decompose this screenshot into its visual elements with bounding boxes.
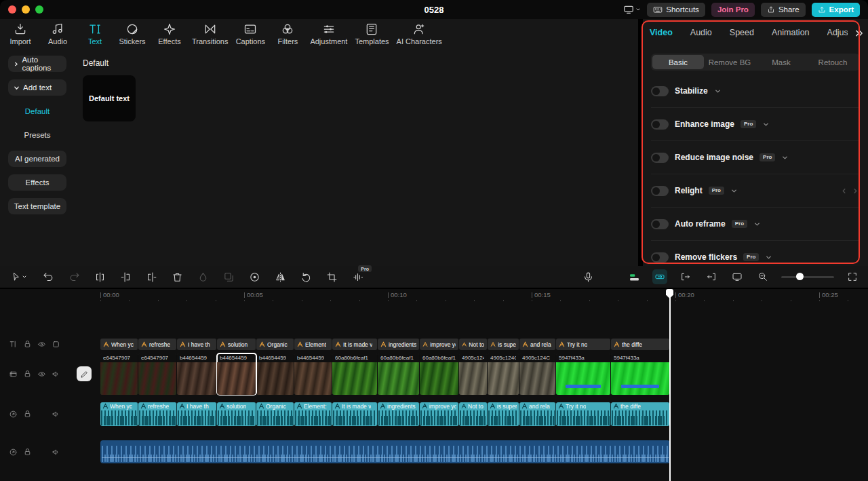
chevron-down-icon[interactable] xyxy=(762,121,770,128)
mirror-button[interactable] xyxy=(273,269,288,284)
lock-icon[interactable] xyxy=(23,448,32,457)
crop-button[interactable] xyxy=(324,269,339,284)
expand-clip-button[interactable] xyxy=(678,269,693,284)
video-clip[interactable]: 4905c124C xyxy=(459,353,488,395)
stabilize-toggle[interactable] xyxy=(651,86,669,96)
chevron-right-icon[interactable] xyxy=(852,188,859,194)
video-clip[interactable]: e64547907 xyxy=(100,353,138,395)
trim-left-button[interactable] xyxy=(118,269,133,284)
audio-clip[interactable]: It is made v xyxy=(332,402,378,426)
voice-effects-button[interactable]: Pro xyxy=(350,269,365,284)
record-voiceover-button[interactable] xyxy=(580,269,595,284)
keyframe-button[interactable] xyxy=(247,269,262,284)
chevron-down-icon[interactable] xyxy=(753,220,761,228)
audio-clip[interactable]: When yc xyxy=(100,402,138,426)
default-text-card[interactable]: Default text xyxy=(83,75,136,121)
text-clip[interactable]: Organic xyxy=(256,339,294,350)
segment-mask[interactable]: Mask xyxy=(755,55,807,69)
video-clip[interactable]: 5947f433a xyxy=(611,353,670,395)
ribbon-item-text[interactable]: Text xyxy=(80,22,110,45)
zoom-slider-knob[interactable] xyxy=(796,273,804,280)
video-clip[interactable]: b44654459 xyxy=(294,353,332,395)
sidebar-item-auto-captions[interactable]: Auto captions xyxy=(8,56,66,72)
video-clip[interactable]: 5947f433a xyxy=(556,353,611,395)
text-clip[interactable]: solution xyxy=(217,339,256,350)
chevron-down-icon[interactable] xyxy=(781,154,789,161)
shortcuts-button[interactable]: Shortcuts xyxy=(647,3,705,17)
audio-clip[interactable]: refreshe xyxy=(138,402,177,426)
enhance-image-toggle[interactable] xyxy=(651,119,669,130)
remove-flickers-toggle[interactable] xyxy=(651,252,669,263)
undo-button[interactable] xyxy=(41,269,56,284)
export-button[interactable]: Export xyxy=(812,3,860,17)
track-toggle-icon[interactable] xyxy=(52,340,60,349)
ribbon-item-audio[interactable]: Audio xyxy=(43,22,73,45)
zoom-fit-button[interactable] xyxy=(845,269,860,284)
speaker-icon[interactable] xyxy=(52,448,60,457)
preview-axis-button[interactable] xyxy=(730,269,745,284)
tab-audio[interactable]: Audio xyxy=(690,28,712,37)
split-button[interactable] xyxy=(92,269,107,284)
overlay-button[interactable] xyxy=(221,269,236,284)
sidebar-item-presets[interactable]: Presets xyxy=(8,127,66,143)
text-clip[interactable]: I have th xyxy=(177,339,217,350)
video-clip[interactable]: b44654459 xyxy=(177,353,217,395)
tab-animation[interactable]: Animation xyxy=(772,28,810,37)
video-clip[interactable]: 60a80b6feaf1 xyxy=(420,353,459,395)
audio-clip[interactable]: improve yo xyxy=(420,402,459,426)
ribbon-item-adjustment[interactable]: Adjustment xyxy=(310,22,347,45)
segment-basic[interactable]: Basic xyxy=(652,55,704,69)
ribbon-item-ai-characters[interactable]: AI Characters xyxy=(397,22,442,45)
tab-speed[interactable]: Speed xyxy=(730,28,754,37)
ribbon-item-filters[interactable]: Filters xyxy=(273,22,302,45)
sidebar-item-default[interactable]: Default xyxy=(8,103,66,119)
minimize-window-button[interactable] xyxy=(22,5,30,14)
text-clip[interactable]: improve yo xyxy=(420,339,459,350)
segment-retouch[interactable]: Retouch xyxy=(807,55,859,69)
video-clip[interactable]: e64547907 xyxy=(138,353,177,395)
ribbon-item-import[interactable]: Import xyxy=(5,22,35,45)
audio-clip[interactable]: Organic xyxy=(256,402,294,426)
text-clip[interactable]: When yc xyxy=(100,339,138,350)
rotate-button[interactable] xyxy=(298,269,313,284)
text-clip[interactable]: and rela xyxy=(519,339,556,350)
ribbon-item-effects[interactable]: Effects xyxy=(155,22,184,45)
ribbon-item-transitions[interactable]: Transitions xyxy=(192,22,228,45)
video-clip[interactable]: b44654459 xyxy=(256,353,294,395)
text-clip[interactable]: the diffe xyxy=(611,339,670,350)
reduce-noise-toggle[interactable] xyxy=(651,153,669,163)
ribbon-item-templates[interactable]: Templates xyxy=(355,22,389,45)
eye-icon[interactable] xyxy=(37,340,46,349)
text-clip[interactable]: Not to r xyxy=(459,339,488,350)
sidebar-item-text-template[interactable]: Text template xyxy=(8,198,66,214)
video-clip[interactable]: 60a80b6feaf1 xyxy=(332,353,378,395)
audio-clip[interactable]: the diffe xyxy=(611,402,670,426)
music-clip[interactable] xyxy=(100,440,670,463)
audio-clip[interactable]: I have th xyxy=(177,402,217,426)
select-tool-button[interactable] xyxy=(8,269,30,284)
audio-clip[interactable]: ingredients xyxy=(378,402,420,426)
ribbon-item-stickers[interactable]: Stickers xyxy=(117,22,147,45)
join-pro-button[interactable]: Join Pro xyxy=(711,3,755,17)
freeze-frame-button[interactable] xyxy=(195,269,210,284)
fullscreen-window-button[interactable] xyxy=(35,5,43,14)
share-button[interactable]: Share xyxy=(761,3,806,17)
display-settings-button[interactable] xyxy=(623,5,641,14)
tab-video[interactable]: Video xyxy=(650,28,673,37)
chevron-down-icon[interactable] xyxy=(765,254,772,261)
text-clip[interactable]: Try it no xyxy=(556,339,611,350)
text-clip[interactable]: It is made v xyxy=(332,339,378,350)
relight-toggle[interactable] xyxy=(651,186,669,196)
sidebar-item-add-text[interactable]: Add text xyxy=(8,79,66,96)
sidebar-item-ai-generated[interactable]: AI generated xyxy=(8,151,66,167)
video-clip[interactable]: b44654459 xyxy=(217,353,256,395)
track-material-button[interactable] xyxy=(627,269,642,284)
auto-reframe-toggle[interactable] xyxy=(651,219,669,229)
edit-track-button[interactable] xyxy=(77,366,92,381)
video-clip[interactable]: 60a80b6feaf1 xyxy=(378,353,420,395)
audio-clip[interactable]: Not to r xyxy=(459,402,488,426)
auto-pack-button[interactable] xyxy=(652,269,667,284)
chevron-down-icon[interactable] xyxy=(714,88,722,95)
text-clip[interactable]: refreshe xyxy=(138,339,177,350)
text-clip[interactable]: Element xyxy=(294,339,332,350)
